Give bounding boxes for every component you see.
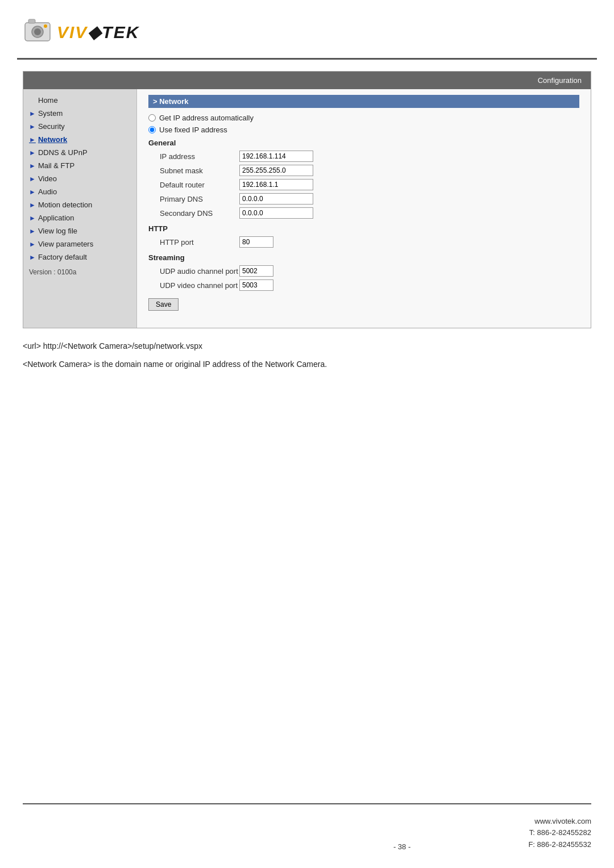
save-button[interactable]: Save: [148, 298, 179, 311]
sidebar-label-video: Video: [38, 174, 57, 183]
sidebar-label-mail: Mail & FTP: [38, 161, 74, 170]
sidebar-label-viewparams: View parameters: [38, 240, 93, 248]
udp-video-row: UDP video channel port: [148, 279, 579, 291]
footer-contact: www.vivotek.com T: 886-2-82455282 F: 886…: [528, 816, 591, 851]
sidebar-label-network: Network: [38, 135, 67, 144]
primary-dns-row: Primary DNS: [148, 193, 579, 205]
svg-point-4: [44, 24, 47, 28]
secondary-dns-row: Secondary DNS: [148, 207, 579, 219]
primary-dns-label: Primary DNS: [148, 195, 239, 203]
sidebar-label-viewlog: View log file: [38, 227, 77, 235]
udp-audio-input[interactable]: [239, 265, 273, 277]
arrow-icon-security: ►: [29, 123, 36, 131]
radio-auto-label: Get IP address automatically: [159, 114, 254, 122]
udp-video-input[interactable]: [239, 279, 273, 291]
sidebar-label-motion: Motion detection: [38, 201, 92, 209]
footer-fax: F: 886-2-82455532: [528, 839, 591, 851]
panel-header-title: Configuration: [538, 76, 582, 85]
sidebar-label-system: System: [38, 109, 63, 118]
default-router-row: Default router: [148, 179, 579, 190]
secondary-dns-input[interactable]: [239, 207, 313, 219]
ip-address-row: IP address: [148, 151, 579, 162]
sidebar-label-ddns: DDNS & UPnP: [38, 148, 88, 157]
sidebar-item-viewparams[interactable]: ► View parameters: [23, 237, 136, 251]
svg-rect-3: [28, 19, 35, 23]
radio-ip-fixed[interactable]: [148, 126, 156, 133]
sidebar-item-security[interactable]: ► Security: [23, 120, 136, 133]
footer-content: - 38 - www.vivotek.com T: 886-2-82455282…: [23, 816, 591, 851]
udp-video-label: UDP video channel port: [148, 281, 239, 290]
sidebar-label-application: Application: [38, 214, 74, 222]
sidebar-item-motion[interactable]: ► Motion detection: [23, 198, 136, 211]
arrow-icon-application: ►: [29, 214, 36, 222]
sidebar-label-factory: Factory default: [38, 253, 87, 261]
udp-audio-row: UDP audio channel port: [148, 265, 579, 277]
sidebar-home-label: Home: [38, 96, 58, 105]
footer-divider: [23, 803, 591, 804]
description-line1: <url> http://<Network Camera>/setup/netw…: [23, 340, 591, 353]
sidebar-item-factory[interactable]: ► Factory default: [23, 251, 136, 264]
ip-address-label: IP address: [148, 152, 239, 161]
sidebar-item-audio[interactable]: ► Audio: [23, 185, 136, 198]
arrow-icon-motion: ►: [29, 201, 36, 209]
sidebar-item-network[interactable]: ► Network: [23, 133, 136, 146]
footer-website: www.vivotek.com: [528, 816, 591, 828]
subnet-mask-input[interactable]: [239, 165, 313, 176]
primary-dns-input[interactable]: [239, 193, 313, 205]
logo-text-black: ◆TEK: [88, 23, 139, 41]
sidebar-item-video[interactable]: ► Video: [23, 172, 136, 185]
logo-text: VIV◆TEK: [57, 22, 139, 42]
radio-ip-auto[interactable]: [148, 114, 156, 122]
radio-fixed-row: Use fixed IP address: [148, 126, 579, 134]
sidebar-label-security: Security: [38, 122, 65, 131]
default-router-label: Default router: [148, 181, 239, 189]
arrow-icon-network: ►: [29, 136, 36, 144]
description-area: <url> http://<Network Camera>/setup/netw…: [23, 340, 591, 372]
description-line2: <Network Camera> is the domain name or o…: [23, 358, 591, 372]
sidebar-item-viewlog[interactable]: ► View log file: [23, 224, 136, 237]
streaming-section-label: Streaming: [148, 253, 579, 262]
network-section-header: > Network: [148, 95, 579, 108]
svg-point-2: [34, 28, 41, 35]
arrow-icon-system: ►: [29, 110, 36, 118]
sidebar-item-mail[interactable]: ► Mail & FTP: [23, 159, 136, 172]
arrow-icon-factory: ►: [29, 253, 36, 261]
footer-phone: T: 886-2-82455282: [528, 827, 591, 839]
sidebar-label-audio: Audio: [38, 187, 57, 196]
panel-body: Home ► System ► Security ► Network ► DDN…: [23, 89, 591, 328]
http-port-row: HTTP port: [148, 236, 579, 248]
panel-header: Configuration: [23, 72, 591, 89]
subnet-mask-label: Subnet mask: [148, 166, 239, 175]
main-content: Configuration Home ► System ► Security ►: [0, 60, 614, 792]
default-router-input[interactable]: [239, 179, 313, 190]
arrow-icon-video: ►: [29, 175, 36, 183]
logo: VIV◆TEK: [23, 17, 139, 47]
header: VIV◆TEK: [0, 0, 614, 58]
arrow-icon-ddns: ►: [29, 149, 36, 157]
udp-audio-label: UDP audio channel port: [148, 267, 239, 276]
content-area: > Network Get IP address automatically U…: [137, 89, 591, 328]
subnet-mask-row: Subnet mask: [148, 165, 579, 176]
arrow-icon-viewlog: ►: [29, 227, 36, 235]
arrow-icon-audio: ►: [29, 188, 36, 196]
arrow-icon-viewparams: ►: [29, 240, 36, 248]
sidebar-item-system[interactable]: ► System: [23, 107, 136, 120]
general-section-label: General: [148, 139, 579, 147]
sidebar: Home ► System ► Security ► Network ► DDN…: [23, 89, 137, 328]
footer: - 38 - www.vivotek.com T: 886-2-82455282…: [0, 792, 614, 868]
secondary-dns-label: Secondary DNS: [148, 209, 239, 218]
footer-page-number: - 38 -: [276, 842, 529, 851]
arrow-icon-mail: ►: [29, 162, 36, 170]
sidebar-item-application[interactable]: ► Application: [23, 211, 136, 224]
sidebar-item-home[interactable]: Home: [23, 94, 136, 107]
http-port-label: HTTP port: [148, 238, 239, 247]
sidebar-item-ddns[interactable]: ► DDNS & UPnP: [23, 146, 136, 159]
ui-panel: Configuration Home ► System ► Security ►: [23, 71, 591, 328]
sidebar-version: Version : 0100a: [23, 264, 136, 281]
ip-address-input[interactable]: [239, 151, 313, 162]
http-port-input[interactable]: [239, 236, 273, 248]
radio-fixed-label: Use fixed IP address: [159, 126, 227, 134]
vivotek-logo-icon: [23, 17, 52, 47]
http-section-label: HTTP: [148, 224, 579, 233]
radio-auto-row: Get IP address automatically: [148, 114, 579, 122]
